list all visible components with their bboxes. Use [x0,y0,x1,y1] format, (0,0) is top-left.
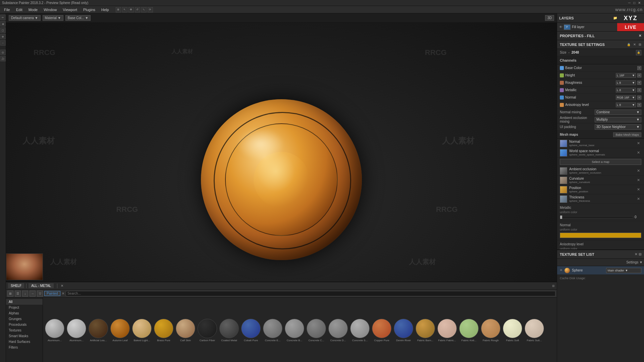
shelf-filter[interactable]: ▽ [37,291,43,297]
material-item[interactable]: Concrete D... [328,319,348,342]
shelf-send[interactable]: → [30,291,36,297]
left-tool-smudge[interactable]: ~ [0,40,6,46]
shelf-cat-smartmasks[interactable]: Smart Masks [6,333,43,339]
material-selector[interactable]: Material ▼ [43,15,63,21]
tsl-expand-btn[interactable]: ⊟ [639,252,641,256]
shelf-view-grid[interactable]: ⊞ [7,291,13,297]
shelf-cat-project[interactable]: Project [6,305,43,310]
select-map-button[interactable]: Select a map [560,159,641,165]
ui-padding-value[interactable]: 3D Space Neighbor▼ [595,124,641,130]
material-item[interactable]: Copper Pure [371,319,392,342]
fill-metallic-slider[interactable] [560,216,633,218]
tsl-visibility-toggle[interactable]: 👁 [560,269,562,272]
toolbar-rotate-btn[interactable]: ↺ [135,7,140,12]
meshmap-curvature-remove[interactable]: ✕ [636,178,641,182]
channel-add-metallic[interactable]: + [637,88,641,92]
tss-channels-header[interactable]: Channels [557,56,644,64]
layer-visibility-toggle[interactable]: 👁 [559,25,562,29]
toolbar-scale-btn[interactable]: ⤡ [141,7,147,12]
shelf-import[interactable]: ↓ [22,291,28,297]
shelf-cat-hardsurfaces[interactable]: Hard Surfaces [6,339,43,345]
channel-add-roughness[interactable]: + [637,81,641,85]
toolbar-refresh-btn[interactable]: ⟳ [148,7,153,12]
material-item[interactable]: Brass Pure [153,319,174,342]
tss-lock-btn[interactable]: 🔒 [627,43,631,46]
material-item[interactable]: Concrete S... [350,319,370,342]
toolbar-move-btn[interactable]: ✥ [128,7,134,12]
shelf-painted-filter[interactable]: Painted [44,291,60,296]
camera-selector[interactable]: Default camera ▼ [9,15,41,21]
tss-close-btn[interactable]: ✕ [633,43,636,46]
left-tool-nav[interactable]: 🎥 [0,56,6,61]
material-item[interactable]: Fabric Sult... [524,319,545,342]
material-item[interactable]: Calf Skin [175,319,196,342]
minimize-btn[interactable]: ─ [628,1,631,5]
shelf-cat-filters[interactable]: Filters [6,345,43,350]
shelf-filter-close[interactable]: ✕ [62,292,64,295]
shelf-cat-grunges[interactable]: Grunges [6,316,43,322]
menu-help[interactable]: Help [99,7,112,12]
shelf-tab-shelf[interactable]: SHELF [8,283,24,288]
channel-format-metallic[interactable]: L 8▼ [616,88,636,93]
tsl-shader-selector[interactable]: Main shader ▼ [606,268,642,273]
color-mode-selector[interactable]: Base Col... ▼ [65,15,91,21]
toolbar-cursor-btn[interactable]: ↖ [122,7,127,12]
channel-add-height[interactable]: + [637,73,641,77]
tsl-item-sphere[interactable]: 👁 Sphere Main shader ▼ [557,266,644,275]
shelf-cat-all[interactable]: All [6,299,43,305]
material-item[interactable]: Coated Metal [219,319,239,342]
material-item[interactable]: Autumn Leaf [110,319,130,342]
tss-size-lock[interactable]: 🔒 [636,50,641,55]
material-item[interactable]: Denim River [393,319,414,342]
properties-close-btn[interactable]: ✕ [639,34,641,38]
channel-format-anisotropy[interactable]: L 8▼ [616,103,636,107]
meshmap-ao-remove[interactable]: ✕ [636,169,641,173]
channel-add-anisotropy[interactable]: + [637,103,641,107]
close-btn[interactable]: ✕ [638,1,641,5]
left-tool-erase[interactable]: ◻ [0,27,6,33]
tsl-settings-dropdown[interactable]: Settings ▼ [626,260,643,264]
menu-window[interactable]: Window [41,7,59,12]
shelf-view-list[interactable]: ☰ [15,291,21,297]
left-tool-view[interactable]: ◎ [0,50,6,55]
toolbar-grid-btn[interactable]: ⊞ [116,7,121,12]
shelf-expand-btn[interactable]: ⊞ [552,284,555,288]
shelf-tab-close[interactable]: ✕ [61,284,63,288]
normal-mixing-value[interactable]: Combine▼ [595,110,641,115]
tsl-close-btn[interactable]: ✕ [635,252,637,256]
material-item[interactable]: Aluminum... [44,319,65,342]
channel-format-normal[interactable]: RGB 16F▼ [616,95,636,100]
material-item[interactable]: Fabric Knit... [459,319,479,342]
left-tool-paint[interactable]: ✏ [0,15,6,20]
channel-format-height[interactable]: L 16F▼ [616,73,636,78]
3d-view-btn[interactable]: 3D [545,15,554,21]
menu-plugins[interactable]: Plugins [80,7,98,12]
shelf-cat-textures[interactable]: Textures [6,327,43,333]
menu-mode[interactable]: Mode [26,7,41,12]
bake-mesh-maps-btn[interactable]: Bake Mesh Maps [613,132,641,137]
channel-add-basecolor[interactable]: + [637,66,641,70]
shelf-search-input[interactable] [66,291,555,296]
menu-viewport[interactable]: Viewport [60,7,80,12]
left-tool-fill[interactable]: ◈ [0,21,6,26]
meshmap-position-remove[interactable]: ✕ [636,187,641,192]
material-item[interactable]: Baked Light... [131,319,152,342]
material-item[interactable]: Fabric Barn... [415,319,436,342]
material-item[interactable]: Concrete C... [306,319,327,342]
meshmap-thickness-remove[interactable]: ✕ [636,197,641,201]
material-item[interactable]: Fabric Soft [502,319,523,342]
material-item[interactable]: Concrete B... [284,319,305,342]
meshmap-normal-remove[interactable]: ✕ [636,141,641,145]
tss-expand-btn[interactable]: ⊟ [639,43,641,46]
channel-add-normal[interactable]: + [637,96,641,100]
meshmap-worldnormal-remove[interactable]: ✕ [636,150,641,155]
shelf-cat-procedurals[interactable]: Procedurals [6,322,43,327]
menu-file[interactable]: File [1,7,13,12]
material-item[interactable]: Artificial Lea... [88,319,109,342]
material-item[interactable]: Cobalt Pure [240,319,261,342]
material-item[interactable]: Carbon Fiber [197,319,218,342]
material-item[interactable]: Aluminum... [66,319,87,342]
left-tool-clone[interactable]: ⊕ [0,34,6,39]
fill-normal-color[interactable] [560,233,641,238]
maximize-btn[interactable]: □ [633,1,635,5]
